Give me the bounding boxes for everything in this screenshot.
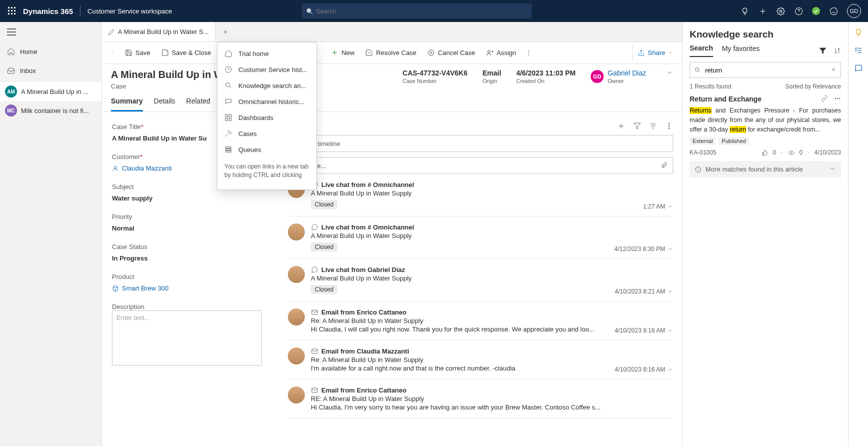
ks-id: KA-01005 (690, 149, 716, 156)
ks-results-count: 1 Results found (690, 83, 731, 90)
timeline-more-icon[interactable] (665, 122, 673, 130)
svg-point-67 (835, 98, 836, 99)
val-status[interactable]: In Progress (112, 254, 262, 262)
global-search[interactable] (302, 4, 532, 18)
timeline-item[interactable]: Live chat from Gabriel Diaz A Mineral Bu… (288, 259, 673, 302)
ks-sort-icon[interactable] (834, 47, 841, 54)
svg-point-13 (780, 10, 782, 12)
brand-label[interactable]: Dynamics 365 (23, 7, 73, 16)
svg-rect-5 (14, 10, 15, 12)
svg-rect-2 (14, 7, 15, 8)
timeline-item-title: Live chat from # Omnichannel (311, 181, 673, 188)
ks-result-title: Return and Exchange (690, 95, 762, 103)
right-rail (848, 22, 868, 446)
timeline-label: e (288, 122, 617, 130)
hamburger-icon[interactable] (0, 22, 101, 42)
nt-trial-home[interactable]: Trial home (217, 46, 316, 62)
smile-icon[interactable] (829, 6, 838, 16)
assign-button[interactable]: Assign (481, 45, 521, 61)
user-avatar[interactable]: GD (847, 4, 861, 18)
val-priority[interactable]: Normal (112, 224, 262, 232)
back-icon[interactable] (106, 46, 119, 60)
session-item[interactable]: MCMilk container is not fi... (0, 101, 101, 120)
nt-cases[interactable]: Cases (217, 126, 316, 142)
nt-queues[interactable]: Queues (217, 142, 316, 158)
ks-result[interactable]: Return and Exchange Returns and Exchange… (683, 92, 848, 156)
hdr-owner[interactable]: GD Gabriel DiazOwner (591, 69, 646, 84)
ks-tab-favorites[interactable]: My favorites (722, 44, 760, 56)
global-search-input[interactable] (316, 8, 528, 15)
ks-title: Knowledge search (683, 22, 848, 44)
nav-inbox[interactable]: Inbox (0, 61, 101, 80)
resolve-button[interactable]: Resolve Case (360, 45, 421, 61)
timeline-sort-icon[interactable] (649, 122, 657, 130)
presence-icon[interactable] (812, 7, 820, 15)
pivot-summary[interactable]: Summary (111, 97, 143, 112)
timeline-item[interactable]: Live chat from # Omnichannel A Mineral B… (288, 174, 673, 216)
timeline-add-icon[interactable] (617, 122, 625, 130)
svg-line-64 (698, 70, 700, 72)
gear-icon[interactable] (776, 6, 785, 16)
status-badge: Closed (311, 285, 337, 294)
divider (80, 6, 80, 16)
new-tab-button[interactable] (215, 22, 235, 42)
rail-checklist-icon[interactable] (854, 46, 863, 55)
lightbulb-icon[interactable] (740, 6, 749, 16)
nt-knowledge[interactable]: Knowledge search an... (217, 78, 316, 94)
timeline-search[interactable]: arch timeline (288, 135, 673, 152)
session-item[interactable]: AMA Mineral Build Up in ... (0, 82, 101, 101)
svg-rect-30 (229, 118, 231, 120)
svg-rect-29 (225, 118, 228, 120)
save-button[interactable]: Save (120, 45, 155, 61)
timeline-item-subject: A Mineral Build Up in Water Supply (311, 190, 673, 197)
workspace-name[interactable]: Customer Service workspace (87, 8, 172, 15)
ks-search-box[interactable] (690, 62, 841, 78)
overflow-icon[interactable] (522, 50, 535, 56)
thumbs-up-icon[interactable] (762, 150, 768, 156)
val-subject[interactable]: Water supply (112, 194, 262, 202)
share-button[interactable]: Share (632, 45, 678, 61)
pivot-details[interactable]: Details (154, 97, 175, 112)
timeline-filter-icon[interactable] (633, 122, 641, 130)
svg-point-69 (839, 98, 840, 99)
save-close-button[interactable]: Save & Close (156, 45, 216, 61)
plus-icon[interactable] (758, 6, 767, 16)
help-icon[interactable] (794, 6, 803, 16)
status-badge: Closed (311, 200, 337, 209)
timeline-item[interactable]: Email from Claudia Mazzanti Re: A Minera… (288, 340, 673, 380)
svg-rect-60 (312, 349, 317, 354)
description-input[interactable]: Enter text... (112, 310, 262, 366)
timeline-item-title: Email from Enrico Cattaneo (311, 386, 673, 394)
ks-clear-icon[interactable] (831, 66, 837, 74)
nt-dashboards[interactable]: Dashboards (217, 110, 316, 126)
tab-current[interactable]: A Mineral Build Up in Water S... (102, 22, 215, 42)
timeline-item[interactable]: Email from Enrico Cattaneo RE: A Mineral… (288, 380, 673, 418)
new-button[interactable]: New (326, 45, 359, 61)
nt-cust-history[interactable]: Customer Service hist... (217, 62, 316, 78)
paperclip-icon[interactable] (661, 162, 668, 170)
timeline-note-input[interactable]: ter a note... (288, 157, 673, 174)
ks-sort-label: Sorted by Relevance (786, 83, 841, 90)
hdr-case-number: CAS-47732-V4V6K6Case Number (403, 69, 468, 84)
chevron-down-icon[interactable] (666, 69, 673, 78)
ks-tab-search[interactable]: Search (690, 44, 713, 57)
site-map: Home Inbox AMA Mineral Build Up in ... M… (0, 22, 102, 446)
rail-book-icon[interactable] (854, 64, 863, 73)
val-product[interactable]: Smart Brew 300 (112, 284, 262, 292)
nav-home[interactable]: Home (0, 42, 101, 61)
timeline-item[interactable]: Email from Enrico Cattaneo Re: A Mineral… (288, 302, 673, 340)
pivot-related[interactable]: Related (186, 97, 210, 112)
rail-lightbulb-icon[interactable] (854, 28, 863, 37)
ks-more-icon[interactable] (834, 95, 841, 102)
ks-search-input[interactable] (705, 66, 827, 74)
cancel-case-button[interactable]: Cancel Case (422, 45, 480, 61)
ks-more-matches[interactable]: More matches found in this article (690, 161, 841, 178)
ks-link-icon[interactable] (821, 95, 828, 102)
ks-filter-icon[interactable] (819, 47, 827, 54)
timeline-item[interactable]: Live chat from # Omnichannel A Mineral B… (288, 216, 673, 259)
app-launcher-icon[interactable] (4, 3, 20, 19)
svg-point-63 (695, 68, 699, 71)
app-header: Dynamics 365 Customer Service workspace … (0, 0, 868, 22)
nt-omnichannel[interactable]: Omnichannel historic... (217, 94, 316, 110)
svg-rect-1 (11, 7, 12, 8)
